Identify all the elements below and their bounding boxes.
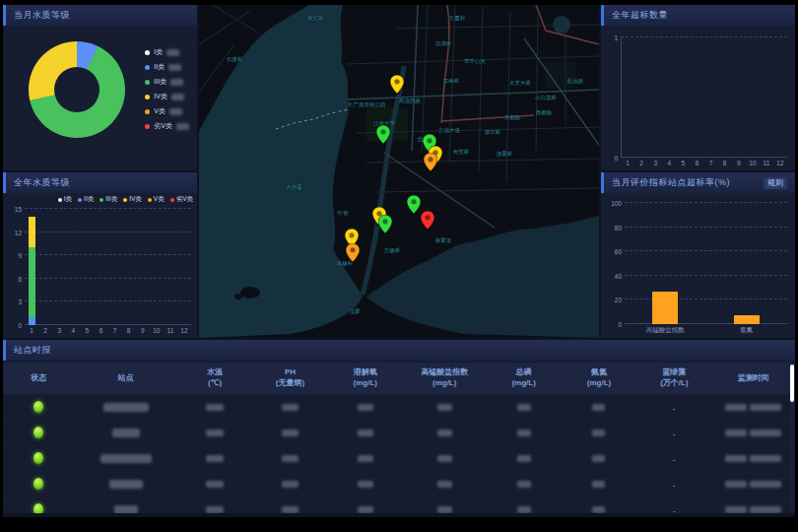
legend-dot-icon [145, 80, 150, 85]
table-row[interactable]: - [3, 422, 795, 445]
panel-month-rate-body: 020406080100高锰酸盐指数氨氮 [601, 193, 795, 338]
value-cell [328, 473, 403, 497]
algae-cell: - [636, 473, 711, 497]
legend-item[interactable]: IV类 [145, 92, 189, 101]
table-scrollbar-thumb[interactable] [790, 365, 794, 402]
map-place-label: 昌都路 [536, 109, 553, 117]
map-pin-icon[interactable] [424, 153, 437, 172]
value-cell [403, 396, 486, 420]
legend-item[interactable]: II类 [145, 62, 189, 72]
status-cell [3, 499, 74, 513]
panel-title: 当月评价指标站点超标率(%) [612, 172, 730, 193]
gridline [25, 208, 191, 209]
y-axis-tick-label: 100 [606, 200, 622, 207]
dashboard-grid: 当月水质等级 I类II类III类IV类V类劣V类 全年水质等级 I类II类III… [3, 5, 795, 517]
y-axis-tick-label: 6 [6, 275, 22, 282]
value-redacted [437, 455, 452, 462]
legend-item[interactable]: I类 [145, 47, 189, 57]
column-header: 站点 [74, 363, 177, 394]
station-name-redacted [112, 429, 140, 437]
map-pin-icon[interactable] [407, 195, 421, 215]
x-axis-tick-label: 7 [709, 160, 713, 166]
map-pin-icon[interactable] [390, 75, 404, 95]
status-cell [3, 447, 74, 471]
map-pin-icon[interactable] [376, 125, 390, 145]
water-grade-donut-chart [29, 41, 125, 138]
value-redacted [358, 481, 373, 488]
value-redacted [206, 404, 224, 411]
x-axis-tick-label: 1 [30, 327, 33, 334]
map-place-label: 市中心区 [464, 58, 486, 66]
status-cell [3, 396, 74, 420]
x-axis-tick-label: 7 [113, 327, 117, 334]
table-row[interactable]: - [3, 447, 795, 471]
time-cell [712, 396, 795, 420]
value-cell [177, 396, 252, 420]
legend-item[interactable]: 劣V类 [145, 121, 189, 131]
station-table-head: 状态站点水温(℃)PH(无量纲)溶解氧(mg/L)高锰酸盐指数(mg/L)总磷(… [3, 363, 795, 394]
time-redacted [750, 430, 781, 436]
y-axis-tick-label: 3 [6, 299, 22, 305]
table-row[interactable]: - [3, 396, 795, 420]
table-scrollbar[interactable] [790, 363, 794, 511]
date-redacted [725, 481, 747, 488]
x-axis-tick-label: 11 [167, 327, 174, 334]
panel-month-grade-header: 当月水质等级 [3, 5, 197, 26]
year-grade-stacked-bar-chart: 03691215123456789101112 [3, 193, 197, 338]
x-axis-tick-label: 3 [653, 160, 657, 166]
algae-cell: - [636, 422, 711, 445]
y-axis-tick-label: 15 [6, 206, 22, 213]
x-axis-tick-label: 8 [723, 160, 727, 166]
x-axis-tick-label: 4 [71, 327, 75, 334]
station-table-wrap: 状态站点水温(℃)PH(无量纲)溶解氧(mg/L)高锰酸盐指数(mg/L)总磷(… [3, 361, 795, 513]
bar [652, 292, 678, 324]
map-canvas[interactable]: 渔父岛石塘村五星村滨湖区市中心区东绛桥天安大桥机场路小白花桥高浪西路长广溪湿地公… [199, 5, 599, 338]
date-redacted [725, 506, 747, 513]
map-place-label: 渔父岛 [307, 15, 324, 23]
table-row[interactable]: - [3, 499, 795, 513]
x-axis-tick-label: 氨氮 [740, 326, 753, 335]
legend-item[interactable]: III类 [145, 77, 189, 87]
map-place-label: 高浪西路 [399, 98, 421, 105]
x-axis-tick-label: 8 [127, 327, 131, 334]
value-cell [252, 447, 327, 471]
map-place-label: 华庄桥 [485, 129, 501, 137]
rule-button[interactable]: 规则 [764, 177, 787, 189]
x-axis-tick-label: 10 [153, 327, 160, 334]
value-cell [252, 422, 327, 445]
value-redacted [282, 455, 299, 462]
x-axis-tick-label: 6 [696, 160, 699, 166]
chart-plot: 03691215 [25, 209, 191, 325]
x-axis-tick-label: 高锰酸盐指数 [646, 326, 685, 335]
map-pin-icon[interactable] [346, 243, 360, 263]
panel-month-rate: 当月评价指标站点超标率(%) 规则 020406080100高锰酸盐指数氨氮 [601, 172, 795, 338]
map-pin-icon[interactable] [421, 211, 434, 231]
legend-value-redacted [166, 49, 179, 56]
value-redacted [206, 481, 224, 488]
column-header: 氨氮(mg/L) [562, 363, 636, 394]
time-redacted [750, 455, 781, 462]
value-cell [562, 499, 636, 513]
map-place-label: 机场路 [567, 78, 584, 86]
column-header-label: 蓝绿藻 [636, 367, 711, 378]
legend-dot-icon [145, 50, 150, 55]
map-place-label: 清晏桥 [497, 151, 513, 159]
map-pin-icon[interactable] [378, 215, 392, 234]
table-row[interactable]: - [3, 473, 795, 497]
value-redacted [517, 430, 531, 436]
column-header-label: 溶解氧 [328, 367, 403, 378]
status-ok-icon [33, 478, 43, 490]
panel-title: 全年水质等级 [14, 172, 70, 193]
y-axis-tick-label: 60 [606, 248, 622, 255]
column-header-unit: (无量纲) [252, 378, 327, 389]
legend-item[interactable]: V类 [145, 106, 189, 116]
map-place-label: 叶巷 [337, 210, 348, 218]
value-cell [486, 447, 561, 471]
station-cell [74, 499, 177, 513]
station-cell [74, 396, 177, 420]
station-cell [74, 422, 177, 445]
value-cell [486, 422, 561, 445]
y-axis-tick-label: 40 [606, 272, 622, 279]
map-place-label: 小白花桥 [535, 95, 557, 102]
value-redacted [437, 506, 452, 513]
